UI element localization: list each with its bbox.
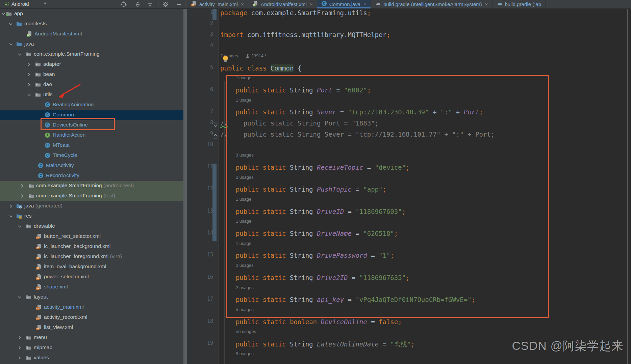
chevron-collapsed-icon[interactable]: [19, 183, 25, 189]
code-line-10[interactable]: 10: [187, 141, 631, 152]
code-line-19[interactable]: 19 public static String LatestOnlineDate…: [187, 340, 631, 351]
code-line-11[interactable]: 11 public static String ReceiveTopic = "…: [187, 164, 631, 175]
line-number[interactable]: 3: [187, 31, 213, 42]
chevron-expanded-icon[interactable]: [17, 224, 22, 229]
line-number[interactable]: 19: [187, 340, 213, 351]
code-line-7[interactable]: 7 public static String Sever = "tcp://18…: [187, 108, 631, 119]
tree-item-shape-xml[interactable]: <>shape.xml: [0, 282, 183, 292]
line-number[interactable]: 14: [187, 230, 213, 241]
chevron-expanded-icon[interactable]: [8, 214, 14, 219]
tree-item-app[interactable]: app: [0, 9, 183, 19]
intention-bulb-icon[interactable]: [223, 56, 228, 61]
tree-item-deviceisonline[interactable]: CDeviceIsOnline: [0, 120, 183, 130]
code-line-8[interactable]: 8// public static String Port = "1883";: [187, 119, 631, 131]
fold-region-end-icon[interactable]: [213, 134, 218, 139]
line-number[interactable]: 13: [187, 208, 213, 219]
tree-item-timecycle[interactable]: CTimeCycle: [0, 150, 183, 161]
inlay-hint-row[interactable]: 5 usages: [187, 307, 631, 318]
inlay-hint-row[interactable]: 8 usages: [187, 351, 631, 362]
inlay-hint-row[interactable]: 1 usage: [187, 197, 631, 208]
inlay-hint-row[interactable]: 2 usages23914 *: [187, 53, 631, 64]
chevron-collapsed-icon[interactable]: [17, 335, 22, 340]
inlay-hint-row[interactable]: 1 usage: [187, 219, 631, 230]
chevron-collapsed-icon[interactable]: [26, 62, 32, 67]
usages-hint[interactable]: 3 usages: [236, 152, 254, 164]
settings-gear-icon[interactable]: [162, 1, 169, 8]
line-number[interactable]: 6: [187, 86, 213, 97]
close-icon[interactable]: ×: [485, 1, 488, 7]
tree-item-manifests[interactable]: manifests: [0, 19, 183, 29]
usages-hint[interactable]: 2 usages: [236, 285, 254, 296]
line-number[interactable]: 4: [187, 42, 213, 53]
chevron-down-icon[interactable]: ▼: [43, 1, 47, 5]
close-icon[interactable]: ×: [241, 1, 244, 7]
line-number[interactable]: 10: [187, 141, 213, 152]
tree-item-activity-record-xml[interactable]: <>activity_record.xml: [0, 312, 183, 323]
chevron-collapsed-icon[interactable]: [26, 82, 32, 87]
chevron-expanded-icon[interactable]: [1, 11, 6, 17]
code-line-18[interactable]: 18 public static boolean DeviceOnline = …: [187, 318, 631, 329]
usages-hint[interactable]: 1 usage: [236, 75, 251, 86]
tree-item-dao[interactable]: dao: [0, 80, 183, 90]
code-line-1[interactable]: 1package com.example.SmartFraming.utils;: [187, 9, 631, 20]
tab-androidmanifest-xml[interactable]: MFAndroidManifest.xml×: [248, 0, 317, 8]
chevron-collapsed-icon[interactable]: [26, 72, 32, 77]
code-line-3[interactable]: 3import com.itfitness.mqttlibrary.MQTTHe…: [187, 31, 631, 42]
line-number[interactable]: 1: [187, 9, 213, 20]
project-tree-scrollbar[interactable]: [183, 8, 187, 364]
line-number[interactable]: 8: [187, 119, 213, 131]
inlay-hint-row[interactable]: 1 usage: [187, 75, 631, 86]
line-number[interactable]: 7: [187, 108, 213, 119]
tree-item-utils[interactable]: utils: [0, 90, 183, 100]
line-number[interactable]: 17: [187, 296, 213, 307]
tree-item-bean[interactable]: bean: [0, 69, 183, 80]
tree-item-recordactivity[interactable]: CRecordActivity: [0, 171, 183, 181]
tab-common-java[interactable]: CCommon.java×: [317, 0, 371, 8]
usages-hint[interactable]: 2 usages: [236, 175, 254, 186]
tab-activity-main-xml[interactable]: <>activity_main.xml×: [187, 0, 248, 8]
line-number[interactable]: 16: [187, 274, 213, 285]
tree-item-list-view-xml[interactable]: <>list_view.xml: [0, 323, 183, 333]
code-line-6[interactable]: 6 public static String Port = "6002";: [187, 86, 631, 97]
line-number[interactable]: 5: [187, 64, 213, 76]
code-line-4[interactable]: 4: [187, 42, 631, 53]
line-number[interactable]: 15: [187, 252, 213, 263]
tree-item-menu[interactable]: menu: [0, 333, 183, 343]
tree-item-mipmap[interactable]: mipmap: [0, 343, 183, 353]
tree-item-mainactivity[interactable]: CMainActivity: [0, 161, 183, 171]
code-line-15[interactable]: 15 public static String DrivePassword = …: [187, 252, 631, 263]
code-line-17[interactable]: 17 public static String api_key = "vPq4J…: [187, 296, 631, 307]
expand-all-icon[interactable]: [134, 1, 141, 8]
tree-item-androidmanifest-xml[interactable]: MFAndroidManifest.xml: [0, 29, 183, 39]
tree-item-ic-launcher-foreground-xml-v24-[interactable]: <>ic_launcher_foreground.xml (v24): [0, 252, 183, 262]
tab-build-gradle-ap[interactable]: build.gradle (:ap: [493, 0, 546, 8]
usages-hint[interactable]: 1 usage: [236, 97, 251, 109]
close-icon[interactable]: ×: [310, 1, 313, 7]
tree-item-common[interactable]: CCommon: [0, 110, 183, 120]
inlay-hint-row[interactable]: 2 usages: [187, 285, 631, 296]
usages-hint[interactable]: no usages: [236, 329, 256, 340]
close-icon[interactable]: ×: [363, 1, 367, 7]
chevron-expanded-icon[interactable]: [8, 41, 14, 47]
code-line-14[interactable]: 14 public static String DriveName = "626…: [187, 230, 631, 241]
code-line-2[interactable]: 2: [187, 20, 631, 31]
tree-item-handleraction[interactable]: IHandlerAction: [0, 130, 183, 140]
line-number[interactable]: 2: [187, 20, 213, 31]
chevron-expanded-icon[interactable]: [17, 52, 22, 57]
tree-item-ic-launcher-background-xml[interactable]: <>ic_launcher_background.xml: [0, 242, 183, 252]
tree-item-beatinganimation[interactable]: CBeatingAnimation: [0, 100, 183, 110]
line-number[interactable]: 12: [187, 186, 213, 197]
locate-icon[interactable]: [120, 1, 127, 8]
tree-item-values[interactable]: values: [0, 353, 183, 363]
usages-hint[interactable]: 2 usages: [236, 263, 254, 274]
project-view-selector[interactable]: Android: [11, 1, 29, 7]
tree-item-power-selector-xml[interactable]: <>power_selector.xml: [0, 272, 183, 282]
chevron-expanded-icon[interactable]: [8, 21, 14, 27]
inlay-hint-row[interactable]: 1 usage: [187, 97, 631, 109]
inlay-hint-row[interactable]: 2 usages: [187, 175, 631, 186]
author-hint[interactable]: 23914 *: [246, 53, 267, 58]
inlay-hint-row[interactable]: no usages: [187, 329, 631, 340]
usages-hint[interactable]: 1 usage: [236, 241, 251, 252]
editor-scrollbar[interactable]: [627, 8, 628, 364]
chevron-collapsed-icon[interactable]: [8, 203, 14, 209]
